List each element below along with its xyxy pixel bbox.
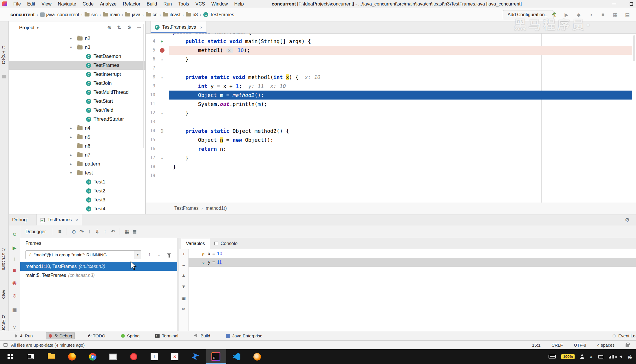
chevron-right-icon[interactable]: ▸ xyxy=(68,36,74,41)
variable-row[interactable]: px = 10 xyxy=(189,249,636,258)
fold-gutter-icon[interactable] xyxy=(155,109,169,117)
step-into-icon[interactable]: ↓ xyxy=(85,229,93,235)
code-line-12[interactable]: 12 } xyxy=(146,109,632,117)
taskbar-pdf-reader[interactable] xyxy=(165,349,185,364)
editor-scrollbar[interactable] xyxy=(633,35,635,61)
code-line-11[interactable]: 11 System.out.println(m); xyxy=(146,100,632,109)
event-log-button[interactable]: ⊙ Event Lo xyxy=(612,333,635,339)
tree-item-n3[interactable]: ▾n3 xyxy=(9,43,145,52)
tree-item-teststart[interactable]: CTestStart xyxy=(9,97,145,106)
stop-icon[interactable]: ■ xyxy=(9,268,20,273)
code-line-13[interactable]: 13 xyxy=(146,117,632,126)
menu-item-run[interactable]: Run xyxy=(160,0,175,8)
filter-icon[interactable] xyxy=(167,253,171,256)
settings-menu-icon[interactable]: ≡ xyxy=(56,229,64,235)
code-line-9[interactable]: 9 int y = x + 1; y: 11 x: 10 xyxy=(146,82,632,91)
close-icon[interactable]: × xyxy=(200,25,202,30)
editor-tab-testframes[interactable]: TestFrames.java × xyxy=(150,21,207,33)
chevron-right-icon[interactable]: ▸ xyxy=(68,153,74,157)
tool-button-5-debug[interactable]: 5: Debug xyxy=(46,332,75,339)
tree-item-pattern[interactable]: ▸pattern xyxy=(9,159,145,168)
chevron-right-icon[interactable]: ▸ xyxy=(68,135,74,139)
step-out-icon[interactable]: ↑ xyxy=(101,229,109,235)
breakpoint-gutter-icon[interactable] xyxy=(155,46,169,55)
variable-row[interactable]: vy = 11 xyxy=(189,258,636,267)
menu-item-edit[interactable]: Edit xyxy=(24,0,39,8)
tool-button-build[interactable]: Build xyxy=(192,332,213,339)
resume-icon[interactable]: ▶ xyxy=(9,245,20,251)
step-over-icon[interactable]: ↷ xyxy=(78,229,85,235)
taskbar-screen-share[interactable] xyxy=(103,349,123,364)
frame-row[interactable]: main:5, TestFrames(cn.itcast.n3) xyxy=(20,271,177,280)
lock-icon[interactable] xyxy=(626,344,629,347)
code-line-18[interactable]: 18} xyxy=(146,162,632,171)
pause-icon[interactable]: ‖ xyxy=(9,257,20,262)
tool-button-6-todo[interactable]: 6: TODO xyxy=(86,332,107,339)
tool-button-spring[interactable]: Spring xyxy=(119,332,142,339)
code-editor[interactable]: 3public class TestFrames { 4 public stat… xyxy=(146,34,636,203)
tree-item-testmultithread[interactable]: CTestMultiThread xyxy=(9,88,145,97)
evaluate-expression-icon[interactable]: ▦ xyxy=(123,229,131,235)
taskbar-start[interactable] xyxy=(0,349,21,364)
menu-item-help[interactable]: Help xyxy=(231,0,247,8)
minimize-icon[interactable] xyxy=(612,4,616,4)
taskbar-intellij-idea[interactable] xyxy=(206,349,226,364)
network-signal-icon[interactable] xyxy=(609,355,614,359)
move-up-icon[interactable]: ▲ xyxy=(179,273,189,278)
fold-gutter-icon[interactable] xyxy=(155,55,169,64)
code-line-6[interactable]: 6 } xyxy=(146,55,632,64)
tool-strip-label-web[interactable]: Web xyxy=(1,290,6,299)
volume-icon[interactable] xyxy=(619,355,622,358)
tool-button-4-run[interactable]: 4: Run xyxy=(13,332,35,339)
project-collapse-all-icon[interactable]: ⇅ xyxy=(117,25,121,31)
stop-disabled-icon[interactable]: ■ xyxy=(600,12,606,18)
tool-strip-label-7-structure[interactable]: 7: Structure xyxy=(1,248,6,270)
chevron-down-icon[interactable]: ▾ xyxy=(68,171,74,175)
tree-item-test1[interactable]: CTest1 xyxy=(9,177,145,186)
tree-scrollbar[interactable] xyxy=(143,24,144,148)
breadcrumb-item-cn[interactable]: cn xyxy=(146,12,158,17)
menu-item-code[interactable]: Code xyxy=(79,0,97,8)
code-line-15[interactable]: 15 Object n = new Object(); xyxy=(146,135,632,144)
menu-item-file[interactable]: File xyxy=(10,0,24,8)
debugger-tab[interactable]: Debugger xyxy=(25,229,46,234)
tree-item-testdaemon[interactable]: CTestDaemon xyxy=(9,52,145,61)
move-down-icon[interactable]: ▼ xyxy=(179,284,189,289)
tab-console[interactable]: Console xyxy=(210,238,242,249)
project-title[interactable]: Project xyxy=(19,25,34,31)
rerun-icon[interactable]: ↻ xyxy=(9,231,20,238)
watches-icon[interactable]: ∞ xyxy=(179,306,189,312)
tree-item-n7[interactable]: ▸n7 xyxy=(9,150,145,159)
view-breakpoints-icon[interactable]: ◉ xyxy=(9,280,20,286)
breadcrumb-item-java-concurrent[interactable]: java_concurrent xyxy=(40,12,79,17)
code-line-5[interactable]: 5 method1( x: 10); xyxy=(146,46,632,55)
indent-style[interactable]: 4 spaces xyxy=(597,343,615,348)
breadcrumb-method[interactable]: method1() xyxy=(206,206,227,211)
remove-watch-icon[interactable]: − xyxy=(179,263,189,268)
line-separator[interactable]: CRLF xyxy=(551,343,563,348)
frame-row[interactable]: method1:10, TestFrames(cn.itcast.n3) xyxy=(20,262,177,271)
code-line-14[interactable]: 14 private static Object method2() { xyxy=(146,126,632,135)
people-icon[interactable] xyxy=(580,354,584,359)
taskbar-firefox[interactable] xyxy=(62,349,82,364)
project-hide-icon[interactable]: ─ xyxy=(137,25,141,31)
drop-frame-icon[interactable]: ↶ xyxy=(109,229,117,235)
code-line-19[interactable]: 19 xyxy=(146,171,632,180)
ime-indicator[interactable]: 英 xyxy=(628,354,632,360)
tree-item-threadstarter[interactable]: CThreadStarter xyxy=(9,115,145,124)
breadcrumb-class[interactable]: TestFrames xyxy=(174,206,199,211)
taskbar-text-tool[interactable] xyxy=(144,349,165,364)
taskbar-file-explorer[interactable] xyxy=(41,349,62,364)
chevron-right-icon[interactable]: ▸ xyxy=(68,162,74,166)
tool-windows-icon[interactable]: ▤ xyxy=(624,12,630,18)
close-icon[interactable]: × xyxy=(76,218,78,223)
chevron-down-icon[interactable]: ▼ xyxy=(134,251,141,259)
project-settings-icon[interactable]: ⚙ xyxy=(127,25,131,31)
thread-selector[interactable]: ✓ "main"@1 in group "main": RUNNING ▼ xyxy=(25,250,141,259)
file-encoding[interactable]: UTF-8 xyxy=(574,343,586,348)
tree-item-n2[interactable]: ▸n2 xyxy=(9,34,145,43)
profiler-disabled-icon[interactable]: ◑ xyxy=(588,12,594,18)
chevron-right-icon[interactable]: ▸ xyxy=(68,126,74,130)
menu-item-window[interactable]: Window xyxy=(208,0,231,8)
breadcrumb-item-java[interactable]: java xyxy=(125,12,140,17)
